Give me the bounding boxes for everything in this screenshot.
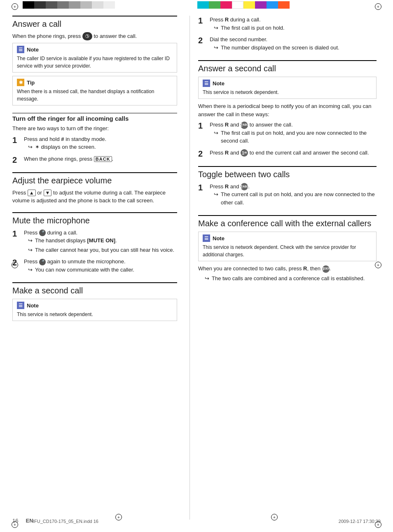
mute-step1-arrow2: ↪ The caller cannot hear you, but you ca… [28, 246, 177, 254]
answer-second-step1-arrow-text: The first call is put on hold, and you a… [221, 129, 377, 145]
mute-step2: 2 Press 🎤 again to unmute the microphone… [12, 258, 177, 275]
second-call-step2-content: Dial the second number. ↪ The number dis… [210, 35, 377, 53]
answer-second-step2: 2 Press R and 1✉ to end the current call… [198, 149, 377, 159]
answer-second-call-title: Answer a second call [198, 60, 377, 73]
step-num-2: 2 [12, 155, 24, 165]
file-info: IFU_CD170-175_05_EN.indd 16 [33, 519, 98, 524]
step2-content: When the phone rings, press BACK. [24, 155, 177, 163]
conference-call-note: ☰ Note This service is network dependent… [198, 232, 377, 261]
second-call-step1-content: Press R during a call. ↪ The first call … [210, 16, 377, 33]
answer-a-call-desc: When the phone rings, press ✆ to answer … [12, 32, 177, 40]
answer-second-step1-content: Press R and 2ABC to answer the call. ↪ T… [210, 121, 377, 146]
answer-second-step2-content: Press R and 1✉ to end the current call a… [210, 149, 377, 157]
reg-mark-bottom-right: + [375, 521, 381, 528]
section-toggle-calls: Toggle between two calls 1 Press R and 2… [198, 166, 377, 208]
answer-a-call-tip: ✱ Tip When there is a missed call, the h… [12, 76, 177, 105]
second-call-step1-arrow-text: The first call is put on hold. [221, 24, 285, 32]
toggle-step1-content: Press R and 2ABC. ↪ The current call is … [210, 183, 377, 208]
right-column: 1 Press R during a call. ↪ The first cal… [189, 16, 377, 520]
key-1: 1✉ [241, 149, 248, 157]
answer-second-call-note-text: This service is network dependent. [203, 89, 372, 96]
note-header-2: ☰ Note [17, 302, 173, 309]
section-make-second-call-left: Make a second call ☰ Note This service i… [12, 282, 177, 321]
tip-text: When there is a missed call, the handset… [17, 88, 173, 103]
step1-arrow: ↪ ✶ displays on the screen. [28, 143, 177, 151]
note-label: Note [27, 47, 39, 53]
mute-step2-content: Press 🎤 again to unmute the microphone. … [24, 258, 177, 275]
mute-steps: 1 Press 🎤 during a call. ↪ The handset d… [12, 229, 177, 275]
note-label-2: Note [27, 302, 39, 309]
second-call-step2-arrow-text: The number displayed on the screen is di… [221, 44, 339, 52]
answer-second-step2-num: 2 [198, 149, 210, 159]
second-call-step1-num: 1 [198, 16, 210, 26]
section-conference-call: Make a conference call with the external… [198, 215, 377, 281]
toggle-step1-num: 1 [198, 183, 210, 192]
left-column: Answer a call When the phone rings, pres… [12, 16, 189, 520]
step1-content: Press and hold # in standby mode. ↪ ✶ di… [24, 135, 177, 152]
section-turn-off-ringer: Turn off the ringer for all incoming cal… [12, 113, 177, 165]
second-call-step2-num: 2 [198, 35, 210, 45]
mute-step2-arrow-text: You can now communicate with the caller. [35, 266, 134, 274]
second-call-step2: 2 Dial the second number. ↪ The number d… [198, 35, 377, 53]
second-call-step2-arrow: ↪ The number displayed on the screen is … [214, 44, 377, 52]
mute-arrow2-text: The caller cannot hear you, but you can … [35, 246, 174, 254]
mute-step2-num: 2 [12, 258, 24, 267]
note-header: ☰ Note [17, 46, 173, 53]
note-label-3: Note [213, 80, 225, 87]
conference-call-desc: When you are connected to two calls, pre… [198, 265, 377, 273]
mute-arrow1-text: The handset displays [MUTE ON]. [35, 237, 117, 245]
answer-second-step1: 1 Press R and 2ABC to answer the call. ↪… [198, 121, 377, 146]
tip-icon: ✱ [17, 79, 24, 86]
note-header-3: ☰ Note [203, 80, 372, 87]
adjust-earpiece-title: Adjust the earpiece volume [12, 172, 177, 185]
file-name: IFU_CD170-175_05_EN.indd 16 [33, 519, 98, 524]
note-icon-2: ☰ [17, 302, 24, 309]
key-2b: 2ABC [241, 183, 248, 190]
conference-call-title: Make a conference call with the external… [198, 215, 377, 228]
answer-second-step1-arrow: ↪ The first call is put on hold, and you… [214, 129, 377, 145]
turn-off-ringer-title: Turn off the ringer for all incoming cal… [12, 113, 177, 122]
answer-second-call-steps: 1 Press R and 2ABC to answer the call. ↪… [198, 121, 377, 159]
note-header-4: ☰ Note [203, 234, 372, 242]
conference-call-arrow-text: The two calls are combined and a confere… [212, 275, 365, 281]
toggle-step1: 1 Press R and 2ABC. ↪ The current call i… [198, 183, 377, 208]
note-label-4: Note [213, 235, 225, 241]
answer-second-call-note: ☰ Note This service is network dependent… [198, 77, 377, 99]
tip-label: Tip [27, 80, 35, 86]
note-text: The caller ID service is available if yo… [17, 55, 173, 70]
toggle-calls-title: Toggle between two calls [198, 166, 377, 179]
note-icon-3: ☰ [203, 80, 210, 87]
mute-step1: 1 Press 🎤 during a call. ↪ The handset d… [12, 229, 177, 255]
section-answer-second-call: Answer a second call ☰ Note This service… [198, 60, 377, 159]
key-3: 3DEF [322, 265, 330, 273]
step1-arrow-text: ✶ displays on the screen. [35, 143, 96, 151]
mute-step1-num: 1 [12, 229, 24, 239]
answer-a-call-title: Answer a call [12, 16, 177, 29]
toggle-step1-arrow-text: The current call is put on hold, and you… [221, 190, 377, 206]
answer-second-call-desc: When there is a periodical beep to notif… [198, 102, 377, 118]
mute-step2-arrow: ↪ You can now communicate with the calle… [28, 266, 177, 274]
section-answer-a-call: Answer a call When the phone rings, pres… [12, 16, 177, 105]
make-second-call-title: Make a second call [12, 282, 177, 295]
lang-label: EN [26, 518, 33, 524]
key-2a: 2ABC [241, 122, 248, 129]
section-make-second-call-steps: 1 Press R during a call. ↪ The first cal… [198, 16, 377, 53]
section-adjust-earpiece: Adjust the earpiece volume Press ▲ or ▼ … [12, 172, 177, 205]
reg-mark-bottom-left: + [12, 521, 18, 528]
conference-call-note-text: This service is network dependent. Check… [203, 244, 372, 258]
mute-step1-content: Press 🎤 during a call. ↪ The handset dis… [24, 229, 177, 255]
timestamp: 2009-12-17 17:30:39 [339, 519, 381, 524]
conference-call-arrow: ↪ The two calls are combined and a confe… [205, 275, 377, 281]
answer-a-call-note: ☰ Note The caller ID service is availabl… [12, 43, 177, 73]
turn-off-ringer-steps: 1 Press and hold # in standby mode. ↪ ✶ … [12, 135, 177, 165]
toggle-step1-arrow: ↪ The current call is put on hold, and y… [214, 190, 377, 206]
second-call-step1: 1 Press R during a call. ↪ The first cal… [198, 16, 377, 33]
turn-off-ringer-desc: There are two ways to turn off the ringe… [12, 124, 177, 133]
mute-microphone-title: Mute the microphone [12, 212, 177, 225]
tip-header: ✱ Tip [17, 79, 173, 86]
turn-off-ringer-step2: 2 When the phone rings, press BACK. [12, 155, 177, 165]
mute-step1-arrow1: ↪ The handset displays [MUTE ON]. [28, 237, 177, 245]
step-num-1: 1 [12, 135, 24, 145]
make-second-call-note: ☰ Note This service is network dependent… [12, 299, 177, 321]
turn-off-ringer-step1: 1 Press and hold # in standby mode. ↪ ✶ … [12, 135, 177, 152]
